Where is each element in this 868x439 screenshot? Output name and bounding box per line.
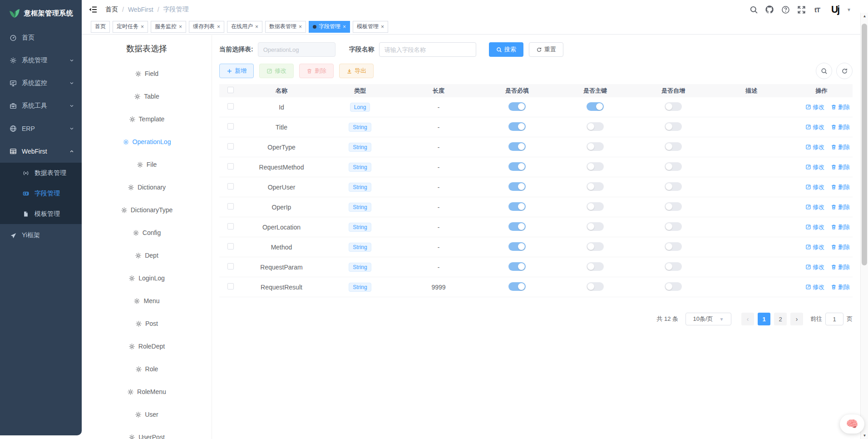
toggle-switch[interactable] (508, 142, 526, 151)
row-edit-link[interactable]: 修改 (805, 223, 824, 231)
toggle-switch[interactable] (587, 222, 604, 231)
close-icon[interactable]: × (343, 24, 346, 30)
toggle-switch[interactable] (587, 262, 604, 271)
sidebar-item-首页[interactable]: 首页 (0, 26, 82, 49)
tree-item-Table[interactable]: Table (82, 85, 212, 108)
prev-page-button[interactable]: ‹ (741, 313, 754, 325)
edit-button[interactable]: 修改 (259, 64, 294, 78)
sidebar-item-系统管理[interactable]: 系统管理 (0, 49, 82, 72)
row-edit-link[interactable]: 修改 (805, 243, 824, 251)
sidebar-subitem-字段管理[interactable]: 字段管理 (0, 183, 82, 204)
sidebar-item-系统工具[interactable]: 系统工具 (0, 95, 82, 117)
toggle-switch[interactable] (665, 142, 682, 151)
toggle-switch[interactable] (665, 262, 682, 271)
toggle-switch[interactable] (665, 202, 682, 211)
field-name-input[interactable] (379, 42, 476, 57)
toggle-switch[interactable] (587, 122, 604, 131)
toggle-switch[interactable] (587, 282, 604, 291)
sidebar-item-WebFirst[interactable]: WebFirst (0, 140, 82, 163)
reset-button[interactable]: 重置 (529, 42, 563, 57)
goto-page-input[interactable] (825, 313, 843, 325)
tab-首页[interactable]: 首页 (91, 21, 110, 33)
toggle-switch[interactable] (508, 182, 526, 191)
row-delete-link[interactable]: 删除 (831, 263, 850, 271)
row-delete-link[interactable]: 删除 (831, 103, 850, 111)
export-button[interactable]: 导出 (339, 64, 374, 78)
row-checkbox[interactable] (227, 243, 234, 249)
page-size-select[interactable]: 10条/页 ▼ (686, 313, 731, 325)
tree-item-UserPost[interactable]: UserPost (82, 426, 212, 439)
sidebar-subitem-数据表管理[interactable]: 数据表管理 (0, 163, 82, 183)
row-delete-link[interactable]: 删除 (831, 183, 850, 191)
select-all-checkbox[interactable] (227, 87, 234, 93)
toggle-switch[interactable] (587, 142, 604, 151)
toggle-switch[interactable] (665, 102, 682, 111)
sidebar-item-Yi框架[interactable]: Yi框架 (0, 224, 82, 247)
row-checkbox[interactable] (227, 143, 234, 150)
row-edit-link[interactable]: 修改 (805, 163, 824, 171)
toggle-switch[interactable] (665, 222, 682, 231)
row-edit-link[interactable]: 修改 (805, 203, 824, 211)
tree-item-Template[interactable]: Template (82, 108, 212, 130)
toggle-switch[interactable] (508, 102, 526, 111)
fullscreen-icon[interactable] (797, 5, 806, 14)
toggle-search-icon[interactable] (816, 63, 832, 79)
tree-item-Dept[interactable]: Dept (82, 244, 212, 267)
tab-在线用户[interactable]: 在线用户× (227, 21, 262, 33)
close-icon[interactable]: × (381, 24, 384, 30)
tab-服务监控[interactable]: 服务监控× (151, 21, 186, 33)
toggle-switch[interactable] (665, 122, 682, 131)
toggle-switch[interactable] (587, 182, 604, 191)
close-icon[interactable]: × (141, 24, 144, 30)
toggle-switch[interactable] (508, 282, 526, 291)
delete-button[interactable]: 删除 (299, 64, 334, 78)
refresh-table-icon[interactable] (836, 63, 853, 79)
row-checkbox[interactable] (227, 263, 234, 269)
toggle-switch[interactable] (587, 102, 604, 111)
tree-item-DictionaryType[interactable]: DictionaryType (82, 199, 212, 221)
row-delete-link[interactable]: 删除 (831, 283, 850, 291)
tab-定时任务[interactable]: 定时任务× (113, 21, 148, 33)
sidebar-collapse-icon[interactable] (88, 5, 98, 15)
row-delete-link[interactable]: 删除 (831, 143, 850, 151)
user-avatar-logo[interactable]: Uj (831, 4, 839, 15)
tree-item-OperationLog[interactable]: OperationLog (82, 130, 212, 153)
close-icon[interactable]: × (179, 24, 182, 30)
toggle-switch[interactable] (508, 222, 526, 231)
row-checkbox[interactable] (227, 203, 234, 210)
row-delete-link[interactable]: 删除 (831, 163, 850, 171)
tree-item-Role[interactable]: Role (82, 358, 212, 380)
tree-item-LoginLog[interactable]: LoginLog (82, 267, 212, 289)
page-button-1[interactable]: 1 (758, 313, 770, 325)
toggle-switch[interactable] (508, 242, 526, 251)
row-delete-link[interactable]: 删除 (831, 203, 850, 211)
row-checkbox[interactable] (227, 163, 234, 170)
font-size-icon[interactable]: tT (813, 5, 822, 14)
tree-item-Post[interactable]: Post (82, 312, 212, 335)
ai-assistant-button[interactable]: 🧠 (840, 414, 864, 434)
breadcrumb-home[interactable]: 首页 (105, 5, 118, 14)
row-checkbox[interactable] (227, 223, 234, 229)
tab-模板管理[interactable]: 模板管理× (353, 21, 388, 33)
caret-down-icon[interactable]: ▼ (847, 7, 851, 12)
sidebar-subitem-模板管理[interactable]: 模板管理 (0, 204, 82, 224)
tree-item-Menu[interactable]: Menu (82, 289, 212, 312)
row-checkbox[interactable] (227, 103, 234, 110)
row-edit-link[interactable]: 修改 (805, 283, 824, 291)
sidebar-item-ERP[interactable]: ERP (0, 117, 82, 140)
tab-缓存列表[interactable]: 缓存列表× (189, 21, 224, 33)
scroll-down-arrow[interactable]: ▼ (861, 432, 868, 439)
row-edit-link[interactable]: 修改 (805, 103, 824, 111)
search-button[interactable]: 搜索 (489, 42, 523, 57)
tree-item-RoleDept[interactable]: RoleDept (82, 335, 212, 358)
toggle-switch[interactable] (508, 262, 526, 271)
row-delete-link[interactable]: 删除 (831, 243, 850, 251)
row-delete-link[interactable]: 删除 (831, 223, 850, 231)
close-icon[interactable]: × (255, 24, 258, 30)
search-icon[interactable] (749, 5, 758, 14)
github-icon[interactable] (765, 5, 774, 14)
row-edit-link[interactable]: 修改 (805, 263, 824, 271)
row-checkbox[interactable] (227, 183, 234, 190)
toggle-switch[interactable] (665, 162, 682, 171)
tree-item-Config[interactable]: Config (82, 221, 212, 244)
